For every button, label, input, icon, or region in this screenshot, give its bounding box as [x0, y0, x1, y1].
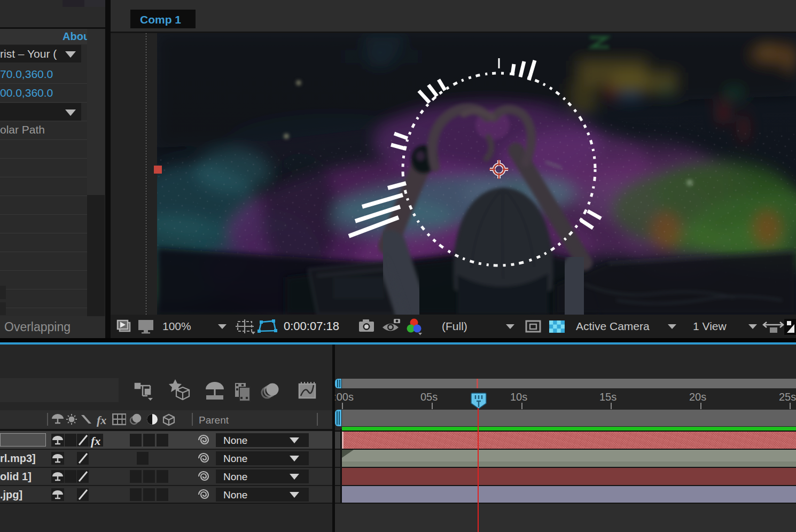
svg-text:None: None [223, 471, 247, 482]
svg-text:None: None [223, 453, 247, 464]
svg-text:fx: fx [97, 413, 106, 427]
svg-text:Parent: Parent [199, 414, 229, 426]
svg-text:fx: fx [91, 434, 100, 448]
svg-text:None: None [223, 435, 247, 446]
svg-text:None: None [223, 489, 247, 500]
